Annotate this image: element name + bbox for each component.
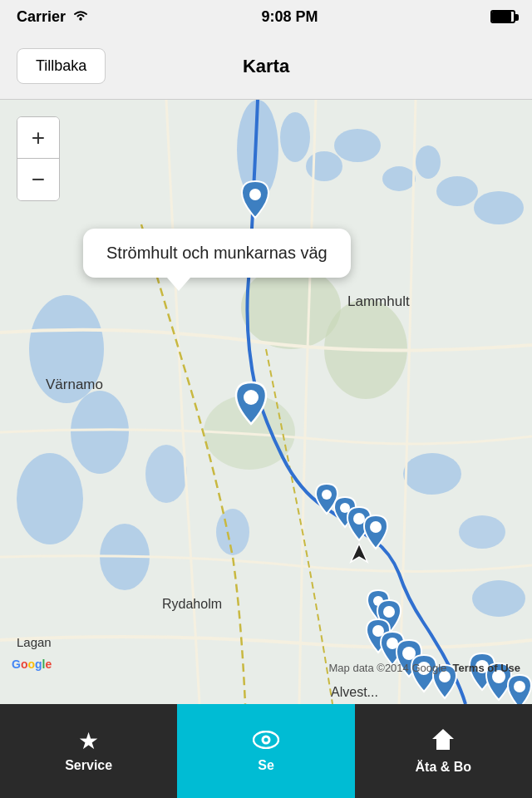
nav-title: Karta [243,56,289,77]
svg-point-33 [370,521,382,533]
svg-point-3 [280,112,310,162]
map-svg: Värnamo Lammhult Rydaholm Lagan Alvest..… [0,100,532,704]
svg-point-7 [416,145,441,179]
svg-point-4 [306,151,342,181]
tab-bar: ★ Service Se Äta & Bo [0,704,532,798]
map-container[interactable]: Värnamo Lammhult Rydaholm Lagan Alvest..… [0,100,532,704]
svg-point-15 [216,509,249,555]
svg-point-45 [244,390,259,405]
tab-ata-bo-label: Äta & Bo [416,760,472,775]
home-icon [431,727,456,755]
svg-point-30 [322,490,332,500]
svg-point-6 [382,166,416,191]
star-icon: ★ [78,730,99,753]
zoom-in-button[interactable]: + [17,117,59,159]
status-right [490,10,515,23]
map-tooltip[interactable]: Strömhult och munkarnas väg [83,229,351,278]
tab-ata-bo[interactable]: Äta & Bo [355,704,532,798]
tab-se-label: Se [258,758,274,773]
tab-service[interactable]: ★ Service [0,704,177,798]
svg-text:Lammhult: Lammhult [347,293,410,309]
svg-text:Rydaholm: Rydaholm [162,597,222,611]
svg-text:Värnamo: Värnamo [46,377,103,392]
eye-icon [253,730,279,753]
status-left: Carrier [17,8,89,26]
tooltip-text: Strömhult och munkarnas väg [106,244,328,262]
svg-text:Alvest...: Alvest... [331,685,378,699]
zoom-controls: + − [17,116,60,201]
svg-point-17 [459,515,505,549]
google-logo: Google [12,658,52,671]
svg-text:Lagan: Lagan [17,635,52,649]
svg-point-18 [472,580,525,617]
svg-point-32 [353,513,365,525]
terms-of-use[interactable]: Terms of Use [453,662,520,674]
svg-point-9 [474,191,524,224]
svg-point-44 [514,681,525,692]
svg-point-29 [249,189,261,200]
svg-point-48 [264,737,268,741]
svg-point-12 [17,453,83,544]
svg-point-5 [334,129,381,162]
svg-marker-49 [432,729,454,750]
svg-point-0 [79,17,82,21]
wifi-icon [72,8,89,26]
nav-bar: Tillbaka Karta [0,33,532,100]
svg-point-11 [71,391,129,474]
back-button[interactable]: Tillbaka [17,48,106,84]
tab-service-label: Service [65,758,112,773]
carrier-label: Carrier [17,8,66,26]
status-time: 9:08 PM [262,8,318,26]
zoom-out-button[interactable]: − [17,159,59,200]
svg-point-14 [145,445,187,503]
svg-point-36 [383,606,395,618]
status-bar: Carrier 9:08 PM [0,0,532,33]
map-data-text: Map data ©2014 Google [329,662,447,674]
battery-icon [490,10,515,23]
tab-se[interactable]: Se [177,704,354,798]
svg-point-8 [436,176,478,206]
map-attribution: Map data ©2014 Google Terms of Use [329,662,521,674]
svg-point-16 [403,453,461,495]
